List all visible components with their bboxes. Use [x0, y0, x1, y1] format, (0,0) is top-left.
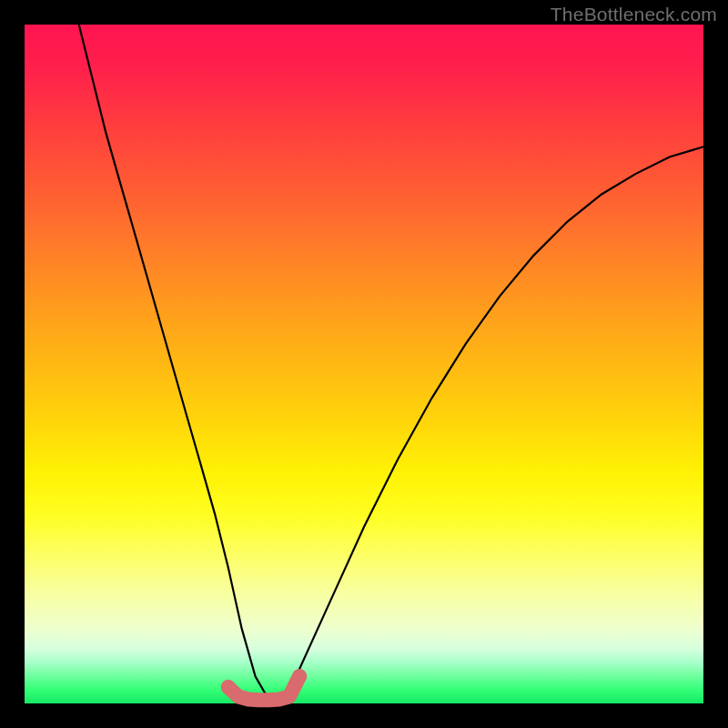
optimal-range-outlier-dot	[293, 670, 306, 682]
optimal-range-endpoint	[221, 680, 236, 694]
bottleneck-curve	[79, 25, 703, 700]
optimal-range-path	[228, 676, 299, 700]
chart-stage: TheBottleneck.com	[0, 0, 728, 728]
curve-layer	[25, 25, 703, 703]
optimal-range-markers	[221, 669, 307, 700]
plot-area	[25, 25, 703, 703]
watermark-text: TheBottleneck.com	[551, 4, 717, 25]
